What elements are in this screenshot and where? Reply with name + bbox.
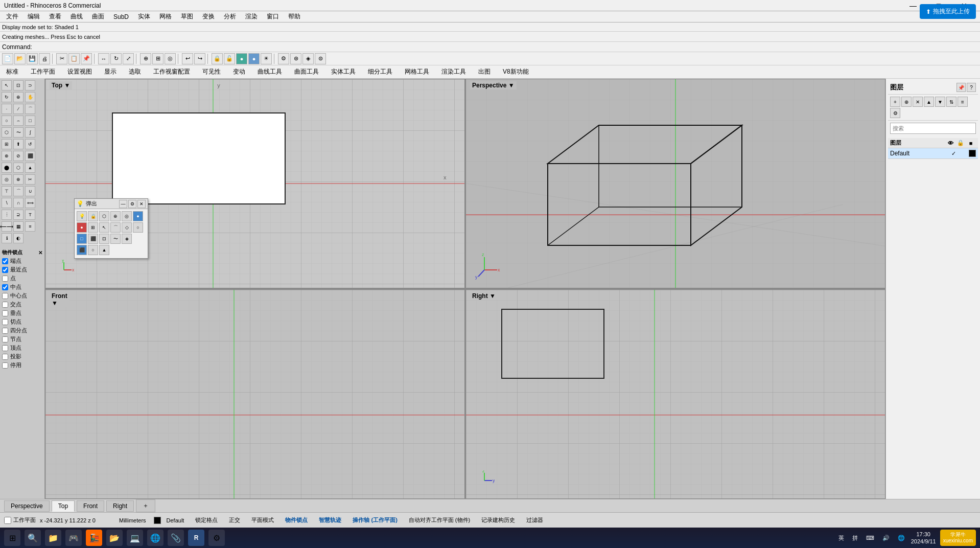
extrude-tool[interactable]: ⬆ <box>13 139 24 149</box>
toolbar-undo[interactable]: ↩ <box>182 53 193 64</box>
cn-toolbar-item-5[interactable]: 工作视窗配置 <box>151 66 192 77</box>
layer-move-down-btn[interactable]: ▼ <box>935 97 945 107</box>
toolbar-wire[interactable]: ● <box>236 53 247 64</box>
taskbar-time[interactable]: 17:30 2024/9/11 <box>911 531 936 545</box>
layer-status-name[interactable]: Default <box>163 516 188 525</box>
cn-toolbar-item-7[interactable]: 变动 <box>231 66 247 77</box>
snap-quad-check[interactable] <box>2 328 8 334</box>
toolbar-render[interactable]: ☀ <box>261 53 272 64</box>
loft-tool[interactable]: ⊘ <box>13 151 24 161</box>
menu-solid[interactable]: 实体 <box>134 11 154 22</box>
tab-top[interactable]: Top <box>52 500 75 512</box>
snap-perp-check[interactable] <box>2 310 8 316</box>
smart-track-btn[interactable]: 智慧轨迹 <box>315 515 345 526</box>
fp-btn-cam[interactable]: ⬡ <box>99 211 109 221</box>
lasso-tool[interactable]: ⊃ <box>25 80 35 90</box>
fp-btn-zoom-box[interactable]: ⊕ <box>110 211 121 221</box>
taskbar-pc[interactable]: 💻 <box>127 530 143 546</box>
taskbar-rhino[interactable]: R <box>188 530 204 546</box>
panel-pin-btn[interactable]: 📌 <box>956 83 966 92</box>
fp-btn-cube-blue[interactable]: ⬛ <box>77 245 87 255</box>
layer-delete-btn[interactable]: ✕ <box>913 97 923 107</box>
fp-btn-box3[interactable]: ⊡ <box>99 234 109 244</box>
material-tool[interactable]: ◐ <box>13 233 24 243</box>
taskbar-extra[interactable]: ⚙ <box>208 530 225 546</box>
menu-file[interactable]: 文件 <box>2 11 22 22</box>
sphere-tool[interactable]: ⬤ <box>2 163 12 173</box>
taskbar-clip[interactable]: 📎 <box>168 530 184 546</box>
menu-view[interactable]: 查看 <box>45 11 65 22</box>
cn-toolbar-item-0[interactable]: 标准 <box>4 66 20 77</box>
select-window-tool[interactable]: ⊡ <box>13 80 24 90</box>
search-taskbar[interactable]: 🔍 <box>25 530 41 546</box>
toolbar-scale[interactable]: ⤢ <box>123 53 134 64</box>
cn-toolbar-item-2[interactable]: 设置视图 <box>65 66 94 77</box>
toolbar-new[interactable]: 📄 <box>2 53 13 64</box>
command-input[interactable] <box>34 43 978 51</box>
snap-close-btn[interactable]: ✕ <box>38 250 42 256</box>
polyline-tool[interactable]: ⌒ <box>25 104 35 114</box>
fp-btn-mesh2[interactable]: ⊞ <box>88 222 98 233</box>
snap-midpoint-check[interactable] <box>2 284 8 290</box>
tab-perspective[interactable]: Perspective <box>4 500 50 512</box>
fp-btn-light[interactable]: 💡 <box>77 211 87 221</box>
fp-pin-btn[interactable]: — <box>119 200 127 208</box>
pipe-tool[interactable]: ⊕ <box>13 174 24 185</box>
layer-row-default[interactable]: Default ✓ <box>888 148 978 159</box>
start-button[interactable]: ⊞ <box>4 530 20 546</box>
toolbar-grid[interactable]: ⊞ <box>152 53 164 64</box>
menu-subd[interactable]: SubD <box>109 12 133 21</box>
zoom-tool[interactable]: ⊕ <box>13 92 24 102</box>
fp-btn-wave[interactable]: 〜 <box>110 234 121 244</box>
toolbar-extra2[interactable]: ⊛ <box>290 53 301 64</box>
toolbar-extra4[interactable]: ⊜ <box>315 53 326 64</box>
taskbar-browser[interactable]: 🌐 <box>147 530 164 546</box>
layer-filter-btn[interactable]: ≡ <box>958 97 968 107</box>
fp-close-btn[interactable]: ✕ <box>137 200 146 208</box>
snap-point-check[interactable] <box>2 276 8 282</box>
taskbar-input-method[interactable]: 拼 <box>850 533 860 543</box>
ortho-btn[interactable]: 正交 <box>225 515 244 526</box>
trim-tool[interactable]: ✂ <box>25 174 35 185</box>
snap-grid-btn[interactable]: 锁定格点 <box>192 515 221 526</box>
cn-toolbar-item-4[interactable]: 选取 <box>127 66 143 77</box>
hatch-tool[interactable]: ▦ <box>13 221 24 232</box>
toolbar-open[interactable]: 📂 <box>14 53 26 64</box>
menu-transform[interactable]: 变换 <box>198 11 219 22</box>
box-tool[interactable]: ⬛ <box>25 151 35 161</box>
fp-btn-ring[interactable]: ○ <box>133 222 143 233</box>
pan-tool[interactable]: ✋ <box>25 92 35 102</box>
toolbar-extra3[interactable]: ◈ <box>302 53 314 64</box>
snap-intersect-check[interactable] <box>2 302 8 308</box>
filter-btn[interactable]: 过滤器 <box>523 515 547 526</box>
sweep-tool[interactable]: ⊗ <box>2 151 12 161</box>
toolbar-save[interactable]: 💾 <box>27 53 38 64</box>
cn-toolbar-item-6[interactable]: 可见性 <box>200 66 223 77</box>
menu-help[interactable]: 帮助 <box>284 11 305 22</box>
cone-tool[interactable]: ▲ <box>25 163 35 173</box>
snap-knot-check[interactable] <box>2 336 8 342</box>
upload-button[interactable]: ⬆ 拖拽至此上传 <box>920 4 976 19</box>
array-tool[interactable]: ⋮ <box>2 210 12 220</box>
viewport-front[interactable]: Front ▼ x z <box>45 289 465 499</box>
fp-btn-color[interactable]: ● <box>77 222 87 233</box>
toolbar-lock[interactable]: 🔒 <box>212 53 223 64</box>
fp-btn-drop[interactable]: ◈ <box>122 234 132 244</box>
line-tool[interactable]: ⁄ <box>13 104 24 114</box>
taskbar-game[interactable]: 🎮 <box>65 530 82 546</box>
circle-tool[interactable]: ○ <box>2 116 12 126</box>
toolbar-unlock[interactable]: 🔓 <box>224 53 235 64</box>
rotate-view-tool[interactable]: ↻ <box>2 92 12 102</box>
layer-default-color[interactable] <box>969 150 976 157</box>
layer-add-btn[interactable]: + <box>890 97 900 107</box>
arc-tool[interactable]: ⌢ <box>13 116 24 126</box>
toolbar-osnap[interactable]: ◎ <box>165 53 176 64</box>
menu-drafting[interactable]: 草图 <box>177 11 197 22</box>
toolbar-snap[interactable]: ⊕ <box>140 53 151 64</box>
taskbar-lang-en[interactable]: 英 <box>836 533 846 543</box>
revolve-tool[interactable]: ↺ <box>25 139 35 149</box>
viewport-perspective[interactable]: Perspective ▼ x z y <box>465 79 885 288</box>
autoplane-btn[interactable]: 自动对齐工作平面 (物件) <box>405 515 474 526</box>
taskbar-folder[interactable]: 📂 <box>106 530 123 546</box>
gumball-btn[interactable]: 操作轴 (工作平面) <box>349 515 401 526</box>
